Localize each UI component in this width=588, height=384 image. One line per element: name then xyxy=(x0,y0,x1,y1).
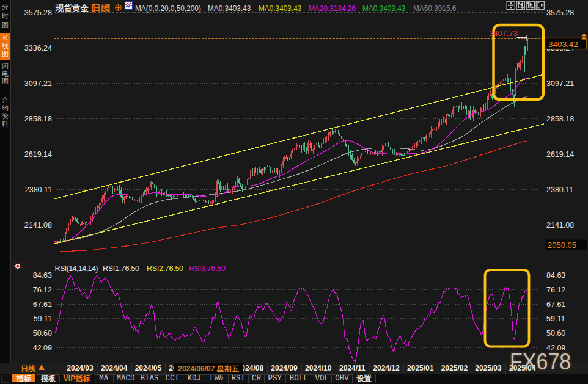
svg-text:2050.05: 2050.05 xyxy=(548,241,576,250)
svg-text:50.60: 50.60 xyxy=(546,329,565,338)
svg-text:3407.73: 3407.73 xyxy=(489,29,518,38)
svg-text:RSI1:76.50: RSI1:76.50 xyxy=(103,264,139,273)
svg-text:76.12: 76.12 xyxy=(33,286,52,294)
svg-text:2858.18: 2858.18 xyxy=(24,115,52,123)
svg-text:2141.08: 2141.08 xyxy=(546,221,574,230)
svg-text:3336.24: 3336.24 xyxy=(24,44,52,53)
svg-text:RSI3:76.50: RSI3:76.50 xyxy=(189,264,226,273)
svg-text:3403.42: 3403.42 xyxy=(548,40,578,49)
svg-text:59.11: 59.11 xyxy=(546,314,565,323)
svg-text:67.61: 67.61 xyxy=(33,300,52,309)
svg-text:RSI(14,14,14): RSI(14,14,14) xyxy=(55,264,98,273)
svg-text:50.60: 50.60 xyxy=(33,329,52,338)
svg-text:2858.18: 2858.18 xyxy=(546,115,574,123)
svg-text:RSI2:76.50: RSI2:76.50 xyxy=(147,264,183,273)
svg-text:84.63: 84.63 xyxy=(546,271,565,280)
svg-text:2380.11: 2380.11 xyxy=(546,186,573,194)
svg-text:59.11: 59.11 xyxy=(34,314,52,323)
svg-text:2141.08: 2141.08 xyxy=(24,221,52,230)
svg-text:3575.28: 3575.28 xyxy=(546,9,574,17)
svg-text:3097.21: 3097.21 xyxy=(24,79,52,88)
svg-text:76.12: 76.12 xyxy=(546,286,565,294)
svg-text:3575.28: 3575.28 xyxy=(24,9,52,17)
svg-text:2380.11: 2380.11 xyxy=(25,186,52,194)
svg-text:42.09: 42.09 xyxy=(33,344,52,352)
svg-text:67.61: 67.61 xyxy=(546,300,565,309)
svg-text:84.63: 84.63 xyxy=(33,271,52,280)
svg-text:2619.14: 2619.14 xyxy=(24,150,52,159)
svg-text:2619.14: 2619.14 xyxy=(546,150,574,159)
svg-text:3097.21: 3097.21 xyxy=(546,79,574,88)
